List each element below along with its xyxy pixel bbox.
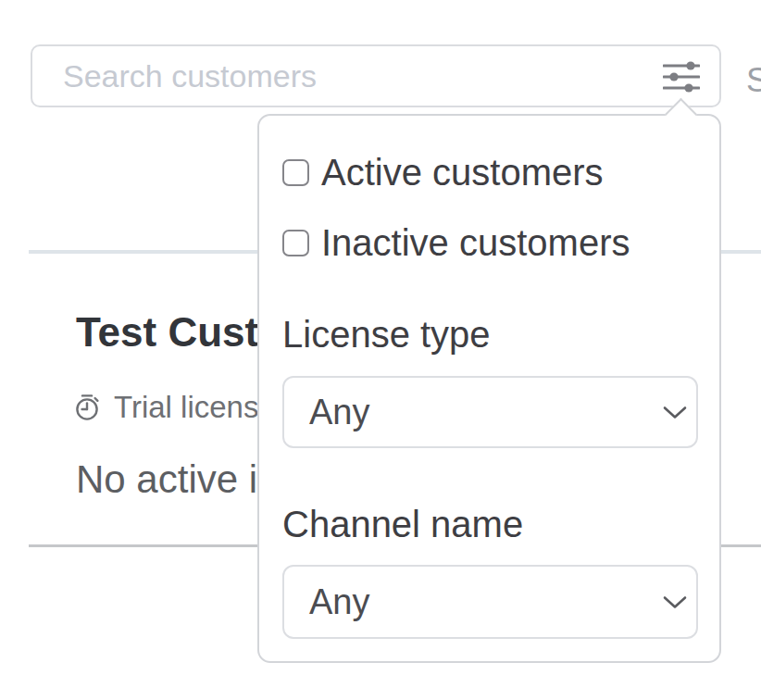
checkbox-label: Inactive customers: [321, 222, 630, 264]
channel-name-select[interactable]: Any: [282, 565, 698, 639]
customer-name: Test Cust: [76, 309, 258, 356]
channel-name-value: Any: [309, 582, 369, 622]
timer-icon: [73, 393, 103, 422]
active-customers-option[interactable]: Active customers: [282, 150, 694, 194]
license-row: Trial licens: [73, 390, 258, 425]
inactive-customers-checkbox[interactable]: [282, 230, 309, 256]
customer-status: No active in: [76, 457, 279, 502]
checkbox-label: Active customers: [321, 152, 604, 194]
license-type-select[interactable]: Any: [282, 376, 698, 448]
sort-label-partial: S: [746, 61, 761, 100]
license-type-label: License type: [282, 312, 694, 356]
channel-name-label: Channel name: [282, 502, 694, 546]
search-bar: [31, 44, 721, 107]
filter-panel: Active customers Inactive customers Lice…: [257, 114, 721, 663]
inactive-customers-option[interactable]: Inactive customers: [282, 220, 694, 265]
filter-button[interactable]: [656, 56, 706, 97]
sliders-icon: [663, 61, 700, 93]
license-text: Trial licens: [114, 390, 258, 425]
license-type-value: Any: [309, 393, 369, 432]
customers-screen: S Test Cust Trial licens No active in: [0, 0, 761, 700]
search-input[interactable]: [32, 46, 643, 106]
chevron-down-icon: [663, 595, 687, 609]
chevron-down-icon: [663, 406, 687, 419]
active-customers-checkbox[interactable]: [282, 159, 309, 186]
